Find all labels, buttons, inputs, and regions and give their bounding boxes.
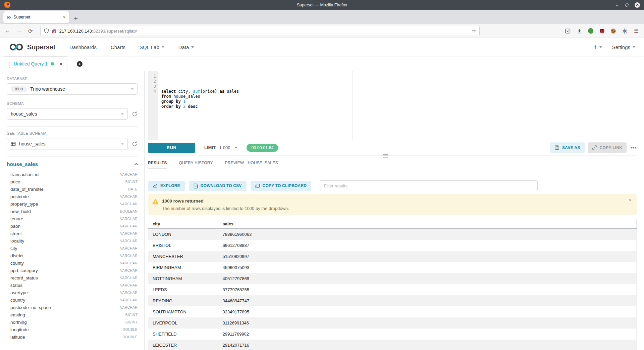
url-bar[interactable]: 217.160.120.143:32393/superset/sqllab/ ☆ [40, 26, 480, 36]
query-timer-badge: 00:00:01.64 [247, 144, 278, 152]
column-name: postcode [10, 194, 29, 199]
sql-editor[interactable]: 1234 select city, sum(price) as salesfro… [148, 71, 644, 140]
table-column-row[interactable]: paonVARCHAR [7, 222, 138, 230]
tab-results[interactable]: RESULTS [148, 161, 167, 169]
table-column-row[interactable]: postcode_no_spaceVARCHAR [7, 304, 138, 311]
table-column-row[interactable]: countryVARCHAR [7, 296, 138, 304]
forward-icon[interactable]: → [16, 28, 22, 34]
browser-tab-title: Superset [13, 15, 30, 19]
table-column-row[interactable]: countyVARCHAR [7, 259, 138, 267]
run-button[interactable]: RUN [148, 143, 195, 153]
nav-data[interactable]: Data [178, 44, 194, 50]
tracking-shield-icon[interactable] [44, 28, 49, 34]
copy-link-button[interactable]: COPY LINK [588, 142, 627, 153]
explore-button[interactable]: EXPLORE [148, 181, 185, 191]
table-column-row[interactable]: ppd_categoryVARCHAR [7, 267, 138, 274]
table-column-row[interactable]: longitudeDOUBLE [7, 326, 138, 333]
bookmark-star-icon[interactable]: ☆ [472, 28, 476, 34]
ublock-icon[interactable] [599, 28, 605, 34]
table-column-row[interactable]: date_of_transferDATE [7, 185, 138, 193]
table-column-row[interactable]: transaction_idVARCHAR [7, 171, 138, 178]
tab-preview-house-sales[interactable]: PREVIEW: `HOUSE_SALES` [225, 161, 279, 169]
database-select[interactable]: trino Trino warehouse [7, 83, 138, 95]
table-column-row[interactable]: priceBIGINT [7, 178, 138, 185]
table-column-row[interactable]: tenureVARCHAR [7, 215, 138, 222]
table-column-row[interactable]: property_typeVARCHAR [7, 200, 138, 208]
table-column-row[interactable]: districtVARCHAR [7, 252, 138, 259]
database-label: DATABASE [7, 77, 138, 81]
settings-menu[interactable]: Settings [612, 44, 635, 50]
reload-icon[interactable]: ⟳ [28, 28, 33, 34]
copy-clipboard-button[interactable]: COPY TO CLIPBOARD [251, 181, 312, 191]
more-actions-button[interactable]: ••• [631, 145, 637, 150]
limit-dropdown[interactable]: LIMIT: 1 000 [204, 145, 237, 150]
window-minimize-icon[interactable]: ⌄ [615, 3, 619, 7]
table-column-row[interactable]: postcodeVARCHAR [7, 193, 138, 200]
gutter-line-number: 2 [148, 79, 156, 84]
back-icon[interactable]: ← [5, 28, 10, 34]
tab-close-icon[interactable]: × [63, 14, 66, 20]
column-type: VARCHAR [120, 231, 138, 235]
table-column-row[interactable]: cityVARCHAR [7, 245, 138, 252]
collapse-chevron-up-icon[interactable] [134, 163, 138, 167]
table-column-row[interactable]: eastingBIGINT [7, 311, 138, 318]
refresh-table-icon[interactable] [132, 141, 138, 147]
refresh-schema-icon[interactable] [132, 111, 138, 117]
column-name: property_type [10, 202, 38, 207]
filter-results-input[interactable] [320, 180, 538, 191]
copy-icon [255, 183, 260, 188]
table-column-row[interactable]: usertypeVARCHAR [7, 289, 138, 296]
cell-sales: 32349177895 [218, 306, 637, 317]
save-as-button[interactable]: SAVE AS [550, 142, 584, 153]
tab-query-history[interactable]: QUERY HISTORY [179, 161, 213, 169]
table-column-row[interactable]: latitudeDOUBLE [7, 333, 138, 341]
schema-select[interactable]: house_sales [7, 108, 128, 120]
column-name: price [10, 179, 20, 184]
database-engine-badge: trino [11, 86, 27, 92]
nav-dashboards[interactable]: Dashboards [69, 44, 97, 50]
window-maximize-icon[interactable] [625, 3, 629, 7]
downloads-icon[interactable] [576, 28, 582, 34]
column-type: BIGINT [125, 320, 138, 324]
cell-sales: 40512797869 [218, 273, 637, 284]
table-column-row[interactable]: localityVARCHAR [7, 237, 138, 245]
nav-charts[interactable]: Charts [111, 44, 125, 50]
superset-logo[interactable]: Superset [9, 43, 55, 51]
nav-sql-lab[interactable]: SQL Lab [140, 44, 164, 50]
column-header-sales[interactable]: sales [218, 219, 637, 229]
query-tab[interactable]: Untitled Query 1 × [4, 56, 67, 71]
table-column-row[interactable]: new_buildBOOLEAN [7, 208, 138, 215]
extension-asterisk-icon[interactable] [622, 28, 628, 34]
table-column-row[interactable]: record_statusVARCHAR [7, 274, 138, 281]
browser-tab[interactable]: ∞ Superset × [3, 11, 69, 23]
privacy-badger-icon[interactable] [588, 28, 593, 34]
download-csv-button[interactable]: DOWNLOAD TO CSV [189, 181, 247, 191]
pane-resize-handle[interactable] [383, 154, 388, 158]
column-type: BIGINT [125, 180, 138, 184]
table-select-value: house_sales [19, 141, 46, 146]
window-close-icon[interactable]: ✕ [635, 2, 640, 8]
new-tab-button[interactable]: + [74, 15, 78, 22]
query-tab-close-icon[interactable]: × [60, 61, 62, 67]
drag-handle-icon[interactable] [9, 63, 10, 64]
browser-toolbar: ← → ⟳ 217.160.120.143:32393/superset/sql… [0, 24, 644, 38]
table-column-row[interactable]: northingBIGINT [7, 318, 138, 326]
chevron-down-icon [121, 143, 124, 145]
cell-sales: 29911769902 [218, 329, 637, 340]
schema-select-value: house_sales [11, 111, 37, 117]
table-select[interactable]: house_sales [7, 138, 128, 149]
column-header-city[interactable]: city [148, 219, 218, 229]
brand-name: Superset [27, 43, 55, 51]
table-name-heading[interactable]: house_sales [7, 161, 38, 167]
pocket-icon[interactable] [565, 28, 571, 34]
insecure-lock-icon[interactable] [52, 28, 56, 34]
add-query-tab-button[interactable]: + [77, 61, 83, 67]
table-column-row[interactable]: streetVARCHAR [7, 230, 138, 237]
cookie-icon[interactable] [611, 29, 616, 34]
hamburger-menu-icon[interactable]: ☰ [633, 28, 639, 34]
new-item-button[interactable]: + [594, 44, 602, 50]
alert-close-icon[interactable]: × [629, 198, 632, 203]
editor-code[interactable]: select city, sum(price) as salesfrom hou… [158, 71, 644, 140]
table-column-row[interactable]: statusVARCHAR [7, 281, 138, 289]
column-type: DOUBLE [123, 335, 138, 339]
